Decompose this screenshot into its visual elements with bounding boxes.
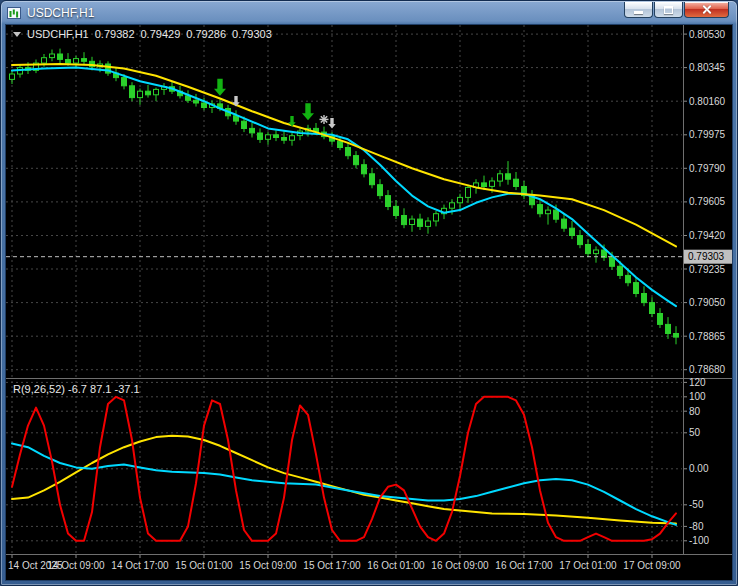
- candle-body: [626, 275, 631, 282]
- ma-fast-line: [12, 68, 676, 307]
- candle-body: [354, 156, 359, 165]
- time-axis-label: 16 Oct 09:00: [431, 560, 489, 571]
- candle-body: [610, 257, 615, 266]
- osc-cyan-line: [12, 444, 676, 525]
- open-value: 0.79382: [95, 28, 135, 40]
- price-axis-label: 0.79790: [689, 163, 726, 174]
- window-title: USDCHF,H1: [27, 6, 94, 20]
- bid-price-badge: 0.79303: [684, 250, 733, 264]
- minimize-button[interactable]: [624, 2, 653, 18]
- candle-body: [594, 250, 599, 254]
- indicator-axis-label: 120: [689, 377, 706, 388]
- candle-body: [74, 59, 79, 64]
- candle-body: [274, 135, 279, 138]
- time-axis-label: 15 Oct 09:00: [239, 560, 297, 571]
- candle-body: [450, 203, 455, 208]
- candle-body: [146, 91, 151, 95]
- high-value: 0.79429: [141, 28, 181, 40]
- low-value: 0.79286: [186, 28, 226, 40]
- candle-body: [554, 210, 559, 219]
- candle-body: [202, 103, 207, 108]
- candle-body: [58, 54, 63, 59]
- candle-body: [362, 165, 367, 174]
- price-axis-label: 0.80530: [689, 29, 726, 40]
- chevron-down-icon[interactable]: [13, 32, 21, 37]
- bid-price-label: 0.79303: [688, 251, 725, 262]
- candle-body: [346, 148, 351, 156]
- candle-body: [490, 181, 495, 186]
- window-controls: [623, 2, 729, 18]
- indicator-axis-label: -50: [689, 499, 704, 510]
- close-button[interactable]: [684, 2, 729, 18]
- arrow-down-marker: [328, 118, 335, 128]
- chart-canvas[interactable]: 0.793030.805300.803450.801600.799750.797…: [6, 25, 733, 581]
- candle-body: [290, 136, 295, 141]
- arrow-down-marker: [214, 79, 226, 96]
- star-marker: [320, 115, 329, 124]
- indicator-axis-label: 80: [689, 406, 701, 417]
- ohlc-header: USDCHF,H1 0.79382 0.79429 0.79286 0.7930…: [13, 28, 272, 40]
- maximize-icon: [664, 6, 673, 14]
- candle-body: [154, 89, 159, 94]
- candle-body: [562, 219, 567, 228]
- candle-body: [546, 210, 551, 214]
- candle-body: [570, 228, 575, 235]
- price-axis[interactable]: 0.805300.803450.801600.799750.797900.796…: [684, 29, 726, 376]
- indicator-axis-label: 100: [689, 391, 706, 402]
- grid-layer: [6, 25, 682, 553]
- time-axis-label: 14 Oct 17:00: [111, 560, 169, 571]
- candle-body: [378, 185, 383, 196]
- candle-body: [650, 303, 655, 314]
- candle-body: [10, 74, 15, 79]
- candle-body: [514, 179, 519, 186]
- candle-body: [434, 214, 439, 221]
- candle-body: [426, 221, 431, 226]
- chart-area[interactable]: 0.793030.805300.803450.801600.799750.797…: [5, 24, 733, 581]
- candle-body: [418, 219, 423, 226]
- candle-body: [130, 86, 135, 98]
- candle-body: [410, 219, 415, 224]
- price-axis-label: 0.79605: [689, 196, 726, 207]
- application-window: USDCHF,H1 0.793030.805300.803450.801600.…: [0, 0, 738, 586]
- candle-body: [642, 294, 647, 303]
- price-axis-label: 0.78680: [689, 364, 726, 375]
- candle-body: [42, 58, 47, 63]
- time-axis[interactable]: 14 Oct 202514 Oct 09:0014 Oct 17:0015 Oc…: [8, 555, 681, 571]
- time-axis-label: 16 Oct 17:00: [495, 560, 553, 571]
- price-axis-label: 0.79235: [689, 264, 726, 275]
- ma-slow-line: [12, 64, 676, 246]
- candle-body: [50, 54, 55, 58]
- candle-body: [66, 60, 71, 64]
- indicator-axis-label: 50: [689, 427, 701, 438]
- price-axis-label: 0.80160: [689, 96, 726, 107]
- minimize-icon: [634, 11, 643, 14]
- symbol-timeframe-label: USDCHF,H1: [27, 28, 89, 40]
- candle-body: [122, 78, 127, 86]
- price-axis-label: 0.79975: [689, 129, 726, 140]
- candle-body: [618, 266, 623, 275]
- candle-body: [674, 334, 679, 338]
- price-axis-label: 0.79420: [689, 230, 726, 241]
- candle-body: [258, 133, 263, 139]
- candle-body: [242, 121, 247, 128]
- candle-body: [82, 59, 87, 62]
- candle-body: [282, 138, 287, 141]
- title-bar[interactable]: USDCHF,H1: [1, 1, 737, 23]
- candle-body: [658, 314, 663, 325]
- candle-body: [138, 91, 143, 97]
- maximize-button[interactable]: [654, 2, 683, 18]
- candle-body: [466, 187, 471, 197]
- osc-yellow-line: [12, 436, 676, 524]
- candle-body: [634, 283, 639, 294]
- candle-body: [266, 135, 271, 140]
- candle-body: [538, 205, 543, 214]
- candle-body: [250, 128, 255, 133]
- indicator-axis-label: -80: [689, 521, 704, 532]
- candle-body: [402, 216, 407, 225]
- time-axis-label: 15 Oct 01:00: [175, 560, 233, 571]
- time-axis-label: 17 Oct 01:00: [559, 560, 617, 571]
- candle-body: [506, 174, 511, 179]
- price-axis-label: 0.78865: [689, 331, 726, 342]
- candles-layer: [10, 49, 679, 345]
- indicator-axis[interactable]: 12010080500.00-50-80-100: [684, 377, 709, 546]
